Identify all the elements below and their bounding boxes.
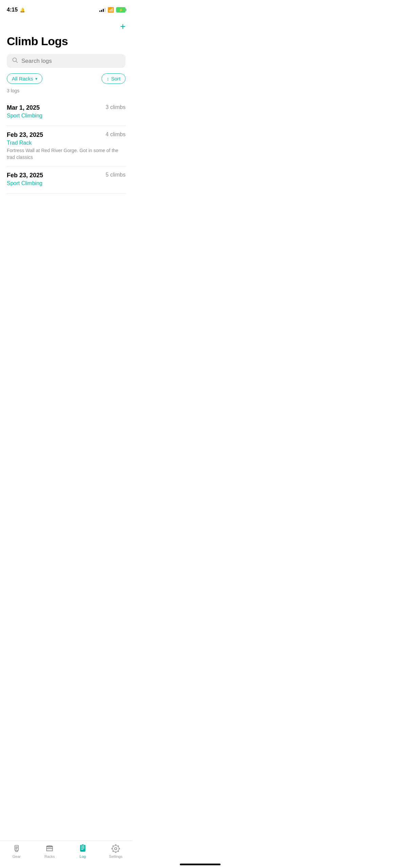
add-log-button[interactable]: + (120, 22, 126, 31)
sort-button[interactable]: ↕ Sort (101, 73, 126, 84)
log-date: Feb 23, 2025 (7, 172, 43, 179)
filter-label: All Racks (12, 76, 33, 82)
mute-bell-icon: 🔔 (20, 7, 25, 13)
status-icons: 📶 ⚡ (99, 7, 126, 13)
wifi-icon: 📶 (108, 7, 114, 13)
sort-arrows-icon: ↕ (107, 76, 109, 82)
log-list: Mar 1, 2025 3 climbs Sport Climbing Feb … (0, 99, 132, 194)
logs-count: 3 logs (7, 88, 126, 93)
log-type: Sport Climbing (7, 113, 126, 119)
page-title: Climb Logs (7, 35, 126, 48)
all-racks-filter[interactable]: All Racks ▾ (7, 73, 42, 84)
log-type: Sport Climbing (7, 180, 126, 186)
search-section: All Racks ▾ ↕ Sort 3 logs (0, 54, 132, 93)
status-time: 4:15 🔔 (7, 7, 25, 13)
chevron-down-icon: ▾ (35, 76, 37, 81)
svg-point-0 (13, 58, 17, 62)
log-entry-header: Mar 1, 2025 3 climbs (7, 104, 126, 111)
log-type: Trad Rack (7, 140, 126, 146)
log-date: Mar 1, 2025 (7, 104, 40, 111)
add-button-row: + (7, 20, 126, 35)
svg-line-1 (16, 61, 18, 63)
log-entry[interactable]: Feb 23, 2025 4 climbs Trad Rack Fortress… (7, 126, 126, 166)
filter-row: All Racks ▾ ↕ Sort (7, 73, 126, 84)
sort-label: Sort (111, 76, 120, 82)
log-climbs-count: 5 climbs (106, 172, 126, 178)
header-area: + Climb Logs (0, 17, 132, 48)
log-entry-header: Feb 23, 2025 5 climbs (7, 172, 126, 179)
log-date: Feb 23, 2025 (7, 131, 43, 139)
time-text: 4:15 (7, 7, 18, 13)
log-notes: Fortress Wall at Red River Gorge. Got in… (7, 147, 126, 161)
log-entry[interactable]: Feb 23, 2025 5 climbs Sport Climbing (7, 166, 126, 194)
search-icon (12, 57, 18, 65)
status-bar: 4:15 🔔 📶 ⚡ (0, 0, 132, 17)
search-input[interactable] (21, 58, 120, 65)
search-bar[interactable] (7, 54, 126, 68)
signal-icon (99, 8, 106, 12)
log-climbs-count: 3 climbs (106, 104, 126, 110)
log-entry[interactable]: Mar 1, 2025 3 climbs Sport Climbing (7, 99, 126, 126)
log-entry-header: Feb 23, 2025 4 climbs (7, 131, 126, 139)
battery-icon: ⚡ (116, 7, 126, 13)
log-climbs-count: 4 climbs (106, 131, 126, 138)
